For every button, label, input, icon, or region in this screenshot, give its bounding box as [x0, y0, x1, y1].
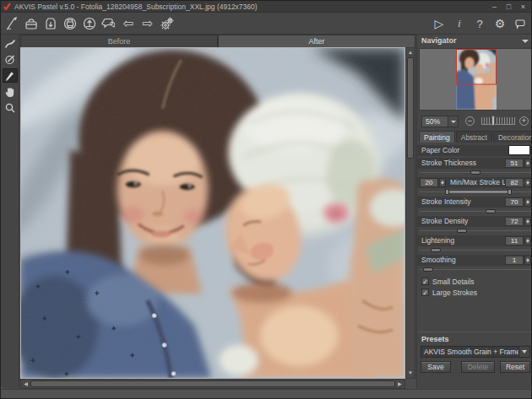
- stroke-thickness-spinner[interactable]: [524, 159, 531, 168]
- scroll-down-icon[interactable]: ▼: [407, 369, 414, 377]
- stroke-intensity-slider[interactable]: [420, 208, 531, 214]
- stroke-thickness-value[interactable]: 51: [505, 159, 524, 168]
- share-icon[interactable]: [100, 14, 118, 33]
- zoom-controls: 50% − +: [417, 112, 532, 131]
- feedback-icon[interactable]: [511, 14, 529, 33]
- zoom-value-select[interactable]: 50%: [421, 116, 459, 127]
- smoothing-spinner[interactable]: [524, 256, 531, 265]
- open-image-icon[interactable]: [22, 14, 41, 33]
- after-image: [21, 48, 404, 378]
- presets-divider: [417, 332, 532, 332]
- help-icon[interactable]: ?: [470, 14, 489, 33]
- stroke-thickness-label: Stroke Thickness: [421, 158, 476, 169]
- small-details-label: Small Details: [432, 278, 475, 286]
- large-strokes-checkbox-row[interactable]: ✓ Large Strokes: [421, 288, 477, 297]
- publish-icon[interactable]: [80, 14, 99, 33]
- run-icon[interactable]: ▷: [430, 14, 448, 33]
- batch-processing-icon[interactable]: [158, 14, 176, 33]
- lightening-slider[interactable]: [420, 247, 531, 253]
- zoom-dropdown-icon[interactable]: [448, 116, 458, 127]
- presets-header: Presets: [421, 335, 449, 343]
- stroke-density-value[interactable]: 72: [505, 217, 524, 226]
- vertical-scroll-thumb[interactable]: [407, 57, 414, 159]
- vertical-scrollbar[interactable]: ▲ ▼: [405, 47, 415, 379]
- stroke-intensity-spinner[interactable]: [524, 197, 531, 207]
- stroke-length-row: 20 Min/Max Stroke Length 82: [417, 177, 532, 188]
- paper-color-row: Paper Color: [417, 145, 532, 156]
- preset-dropdown-icon[interactable]: [518, 347, 529, 357]
- zoom-out-button[interactable]: −: [465, 116, 475, 126]
- toolbar: ⇦ ⇨ ▷ i ? ⚙: [1, 13, 531, 35]
- stroke-length-max-thumb[interactable]: [508, 189, 512, 195]
- scrollbar-corner: [405, 379, 415, 389]
- paper-color-swatch[interactable]: [508, 145, 530, 155]
- scroll-right-icon[interactable]: ▶: [396, 380, 404, 387]
- preset-dropdown[interactable]: AKVIS Smooth Grain + Frame (1): [421, 346, 530, 358]
- tab-abstract-art[interactable]: Abstract Art: [456, 131, 492, 143]
- stroke-length-min-thumb[interactable]: [445, 189, 449, 195]
- horizontal-scrollbar[interactable]: ◀ ▶: [20, 379, 405, 389]
- lightening-label: Lightening: [421, 235, 454, 246]
- navigator-header[interactable]: Navigator: [417, 35, 532, 47]
- settings-panel: Navigator: [416, 35, 532, 387]
- stroke-density-row: Stroke Density 72: [417, 216, 532, 227]
- zoom-value: 50%: [426, 116, 440, 127]
- small-details-checkbox-row[interactable]: ✓ Small Details: [421, 277, 475, 286]
- check-icon: ✓: [422, 278, 428, 286]
- pastel-logo-icon: [3, 14, 21, 33]
- lightening-value[interactable]: 11: [505, 236, 524, 245]
- navigator-preview[interactable]: [419, 48, 532, 111]
- tab-after[interactable]: After: [218, 35, 415, 47]
- undo-icon[interactable]: ⇦: [119, 14, 138, 33]
- large-strokes-checkbox[interactable]: ✓: [421, 288, 429, 296]
- stroke-density-label: Stroke Density: [421, 216, 468, 227]
- lightening-spinner[interactable]: [524, 236, 531, 245]
- settings-tabs: Painting Abstract Art Decoration: [417, 131, 532, 143]
- navigator-collapse-icon[interactable]: [522, 40, 529, 43]
- navigator-title: Navigator: [421, 36, 457, 45]
- print-icon[interactable]: [61, 14, 79, 33]
- quick-preview-tool[interactable]: [3, 36, 18, 51]
- smoothing-value[interactable]: 1: [505, 256, 524, 265]
- zoom-in-button[interactable]: +: [519, 116, 529, 126]
- stroke-density-slider[interactable]: [420, 228, 531, 234]
- minimize-button[interactable]: –: [489, 3, 500, 12]
- maximize-button[interactable]: □: [503, 3, 514, 12]
- zoom-slider[interactable]: [481, 117, 515, 125]
- tab-before[interactable]: Before: [20, 35, 218, 47]
- zoom-slider-thumb[interactable]: [491, 116, 495, 126]
- smoothing-slider[interactable]: [420, 267, 531, 272]
- image-canvas[interactable]: [20, 47, 405, 379]
- pastel-brush-tool[interactable]: [3, 68, 18, 83]
- preferences-icon[interactable]: ⚙: [491, 14, 509, 33]
- scroll-up-icon[interactable]: ▲: [407, 49, 414, 57]
- preset-reset-button[interactable]: Reset: [500, 361, 530, 373]
- small-details-checkbox[interactable]: ✓: [421, 278, 429, 285]
- close-button[interactable]: ×: [518, 3, 529, 12]
- akvis-pastel-window: AKVIS Pastel v.5.0 - Fotolia_128204958_S…: [0, 0, 532, 399]
- stroke-thickness-slider[interactable]: [420, 170, 531, 175]
- stroke-intensity-value[interactable]: 70: [505, 197, 524, 207]
- hand-tool[interactable]: [3, 84, 18, 99]
- stroke-length-max-spinner[interactable]: [524, 178, 531, 187]
- stroke-direction-tool[interactable]: [3, 52, 18, 67]
- stroke-thickness-row: Stroke Thickness 51: [417, 158, 532, 169]
- horizontal-scroll-thumb[interactable]: [30, 380, 395, 387]
- stroke-length-min-spinner[interactable]: [439, 178, 446, 187]
- stroke-length-max-value[interactable]: 82: [505, 178, 524, 187]
- info-icon[interactable]: i: [450, 14, 469, 33]
- redo-icon[interactable]: ⇨: [138, 14, 157, 33]
- stroke-length-min-value[interactable]: 20: [420, 178, 438, 187]
- preset-delete-button[interactable]: Delete: [461, 361, 495, 373]
- scroll-left-icon[interactable]: ◀: [22, 380, 30, 387]
- tools-panel: [1, 35, 19, 387]
- stroke-density-spinner[interactable]: [524, 217, 531, 226]
- tab-decoration[interactable]: Decoration: [493, 131, 532, 143]
- stroke-length-range-slider[interactable]: [420, 189, 531, 195]
- zoom-tool[interactable]: [3, 100, 18, 115]
- tab-painting[interactable]: Painting: [419, 131, 455, 143]
- akvis-logo-icon: [3, 3, 11, 10]
- preset-save-button[interactable]: Save: [421, 361, 451, 373]
- save-image-icon[interactable]: [41, 14, 60, 33]
- smoothing-label: Smoothing: [421, 255, 456, 266]
